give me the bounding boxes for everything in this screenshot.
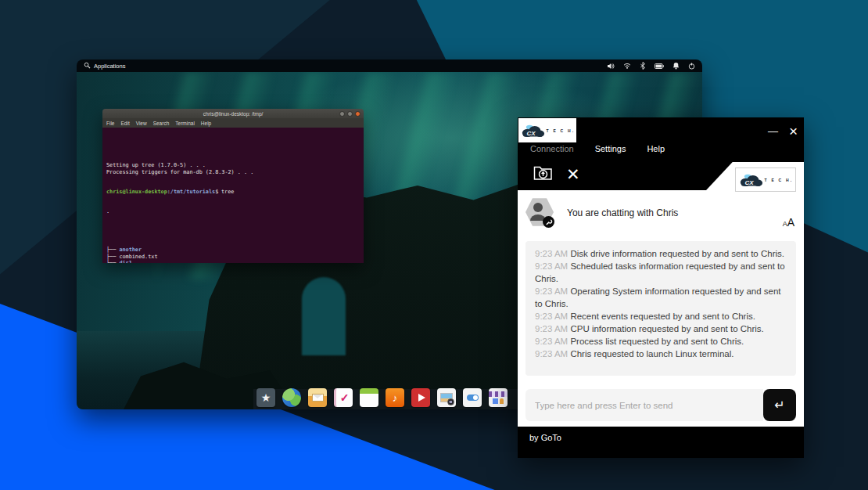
chat-message: 9:23 AM Scheduled tasks information requ… <box>535 260 787 285</box>
desktop-top-panel: Applications <box>77 59 702 72</box>
message-timestamp: 9:23 AM <box>535 312 568 321</box>
minimize-button[interactable] <box>339 111 345 117</box>
dock-icon-settings[interactable] <box>463 388 482 407</box>
power-icon[interactable] <box>688 63 695 70</box>
terminal-line: Setting up tree (1.7.0-5) . . . <box>106 162 360 168</box>
message-text: Disk drive information requested by and … <box>570 249 784 258</box>
chat-input[interactable] <box>525 389 763 421</box>
message-text: Operating System information requested b… <box>535 286 781 308</box>
menu-help[interactable]: Help <box>647 144 665 153</box>
goto-attribution: by GoTo <box>529 433 561 442</box>
message-timestamp: 9:23 AM <box>535 349 568 358</box>
chat-menubar: Connection Settings Help <box>530 144 665 153</box>
message-timestamp: 9:23 AM <box>535 324 568 333</box>
window-controls: — × <box>768 119 798 142</box>
tree-entry: ├── dir1 <box>106 260 360 263</box>
enter-icon: ↵ <box>774 398 784 413</box>
chat-message: 9:23 AM Chris requested to launch Linux … <box>535 348 787 360</box>
menu-settings[interactable]: Settings <box>595 144 626 153</box>
end-session-icon[interactable]: ✕ <box>566 166 580 182</box>
minimize-button[interactable]: — <box>768 126 778 136</box>
chat-message: 9:23 AM Disk drive information requested… <box>535 247 787 260</box>
terminal-window-buttons <box>339 111 360 117</box>
message-timestamp: 9:23 AM <box>535 249 568 258</box>
brand-tech-label: T E C H. <box>765 178 794 182</box>
brand-logo: CX T E C H. <box>518 118 576 142</box>
cx-cloud-logo-icon: CX <box>738 173 763 187</box>
maximize-button[interactable] <box>347 111 353 117</box>
terminal-menu-item[interactable]: Search <box>153 121 170 126</box>
chat-body: You are chatting with Chris AA 9:23 AM D… <box>518 190 804 427</box>
chat-session-header: You are chatting with Chris AA <box>525 197 796 236</box>
bluetooth-icon[interactable] <box>640 62 646 70</box>
status-tray <box>607 62 695 70</box>
dock-icon-tasks[interactable]: ✓ <box>334 388 353 407</box>
dock-icon-browser[interactable] <box>282 388 301 407</box>
terminal-line: Processing triggers for man-db (2.8.3-2)… <box>106 169 360 175</box>
message-text: CPU information requested by and sent to… <box>570 324 763 333</box>
tree-root-line: . <box>106 208 360 214</box>
chat-message: 9:23 AM Operating System information req… <box>535 285 787 310</box>
cx-cloud-logo-icon: CX <box>520 124 545 138</box>
svg-text:CX: CX <box>744 178 754 186</box>
dock-icon-calendar[interactable] <box>360 388 378 407</box>
chat-header: CX T E C H. — × Connection Settings Help… <box>518 117 804 190</box>
wifi-icon[interactable] <box>623 63 631 69</box>
terminal-prompt-line: chris@linux-desktop:/tmt/tutorials$tree <box>106 189 360 195</box>
message-text: Chris requested to launch Linux terminal… <box>570 349 733 358</box>
dock-icon-videos[interactable] <box>411 388 430 407</box>
support-chat-window: CX T E C H. — × Connection Settings Help… <box>518 117 804 458</box>
close-icon[interactable]: × <box>789 124 798 139</box>
dock-icon-music[interactable]: ♪ <box>386 388 404 407</box>
menu-connection[interactable]: Connection <box>530 144 574 153</box>
tree-entry: ├── another <box>106 247 360 253</box>
terminal-menu-item[interactable]: Edit <box>120 121 129 126</box>
close-button[interactable] <box>355 111 360 117</box>
brand-logo-badge: CX T E C H. <box>735 168 796 192</box>
arch-opening <box>302 277 346 355</box>
chat-input-row: ↵ <box>525 389 796 421</box>
brand-tech-label: T E C H. <box>547 128 576 133</box>
svg-text:CX: CX <box>526 129 536 136</box>
chat-message-list[interactable]: 9:23 AM Disk drive information requested… <box>525 241 796 376</box>
chat-message: 9:23 AM CPU information requested by and… <box>535 322 787 335</box>
message-timestamp: 9:23 AM <box>535 261 568 271</box>
applications-label: Applications <box>94 63 125 70</box>
dock-icon-photos[interactable] <box>437 388 456 407</box>
technician-badge-icon <box>543 216 554 228</box>
terminal-output[interactable]: Setting up tree (1.7.0-5) . . .Processin… <box>102 128 364 263</box>
terminal-menubar: FileEditViewSearchTerminalHelp <box>102 118 364 128</box>
screen: Applications ★ ✓ <box>0 0 868 490</box>
dock-icon-favorites[interactable]: ★ <box>256 388 275 407</box>
tree-entry: ├── combined.txt <box>106 254 360 260</box>
chat-message: 9:23 AM Recent events requested by and s… <box>535 310 787 322</box>
chat-session-label: You are chatting with Chris <box>567 207 678 218</box>
terminal-title: chris@linux-desktop: /tmp/ <box>102 111 364 117</box>
message-text: Process list requested by and sent to Ch… <box>570 337 744 346</box>
bell-icon[interactable] <box>673 62 680 70</box>
dock: ★ ✓ ♪ <box>256 388 508 407</box>
send-button[interactable]: ↵ <box>763 389 796 421</box>
volume-icon[interactable] <box>607 63 615 70</box>
terminal-titlebar[interactable]: chris@linux-desktop: /tmp/ <box>102 109 364 118</box>
font-size-icon[interactable]: AA <box>783 216 794 229</box>
message-text: Recent events requested by and sent to C… <box>570 312 755 321</box>
file-transfer-icon[interactable] <box>533 164 553 184</box>
dock-icon-store[interactable] <box>489 388 508 407</box>
terminal-window: chris@linux-desktop: /tmp/ FileEditViewS… <box>102 109 364 263</box>
chat-message: 9:23 AM Process list requested by and se… <box>535 335 787 348</box>
battery-icon[interactable] <box>655 63 664 69</box>
message-text: Scheduled tasks information requested by… <box>535 261 785 283</box>
applications-menu[interactable]: Applications <box>84 62 125 70</box>
search-icon <box>84 62 91 70</box>
chat-toolbar: ✕ <box>533 164 580 184</box>
dock-icon-mail[interactable] <box>308 388 327 407</box>
message-timestamp: 9:23 AM <box>535 286 568 296</box>
terminal-menu-item[interactable]: File <box>106 121 114 126</box>
terminal-menu-item[interactable]: View <box>136 121 147 126</box>
message-timestamp: 9:23 AM <box>535 337 568 346</box>
terminal-menu-item[interactable]: Terminal <box>175 121 195 126</box>
chat-footer: by GoTo <box>518 427 804 458</box>
terminal-menu-item[interactable]: Help <box>201 121 211 126</box>
